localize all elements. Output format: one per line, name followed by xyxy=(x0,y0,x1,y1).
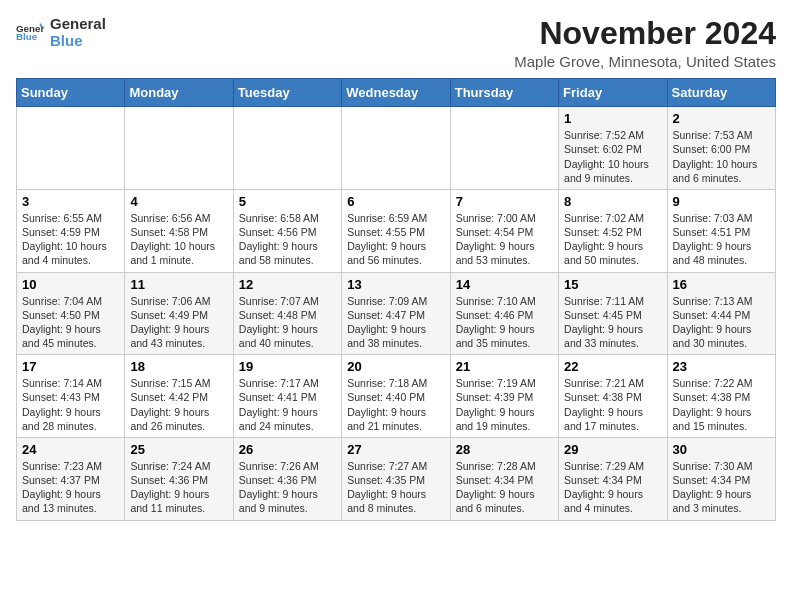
day-header-friday: Friday xyxy=(559,79,667,107)
day-number: 22 xyxy=(564,359,661,374)
logo-blue: Blue xyxy=(50,33,106,50)
day-number: 19 xyxy=(239,359,336,374)
day-cell: 30Sunrise: 7:30 AM Sunset: 4:34 PM Dayli… xyxy=(667,437,775,520)
day-number: 21 xyxy=(456,359,553,374)
day-number: 15 xyxy=(564,277,661,292)
day-cell: 7Sunrise: 7:00 AM Sunset: 4:54 PM Daylig… xyxy=(450,189,558,272)
day-cell: 19Sunrise: 7:17 AM Sunset: 4:41 PM Dayli… xyxy=(233,355,341,438)
day-cell: 29Sunrise: 7:29 AM Sunset: 4:34 PM Dayli… xyxy=(559,437,667,520)
svg-text:Blue: Blue xyxy=(16,31,38,42)
day-info: Sunrise: 7:17 AM Sunset: 4:41 PM Dayligh… xyxy=(239,376,336,433)
day-cell: 5Sunrise: 6:58 AM Sunset: 4:56 PM Daylig… xyxy=(233,189,341,272)
day-info: Sunrise: 7:21 AM Sunset: 4:38 PM Dayligh… xyxy=(564,376,661,433)
day-info: Sunrise: 7:02 AM Sunset: 4:52 PM Dayligh… xyxy=(564,211,661,268)
day-info: Sunrise: 6:56 AM Sunset: 4:58 PM Dayligh… xyxy=(130,211,227,268)
calendar-body: 1Sunrise: 7:52 AM Sunset: 6:02 PM Daylig… xyxy=(17,107,776,520)
day-cell: 9Sunrise: 7:03 AM Sunset: 4:51 PM Daylig… xyxy=(667,189,775,272)
day-info: Sunrise: 6:55 AM Sunset: 4:59 PM Dayligh… xyxy=(22,211,119,268)
day-number: 9 xyxy=(673,194,770,209)
day-cell: 2Sunrise: 7:53 AM Sunset: 6:00 PM Daylig… xyxy=(667,107,775,190)
day-number: 10 xyxy=(22,277,119,292)
day-number: 25 xyxy=(130,442,227,457)
day-cell xyxy=(342,107,450,190)
day-info: Sunrise: 7:15 AM Sunset: 4:42 PM Dayligh… xyxy=(130,376,227,433)
day-cell: 22Sunrise: 7:21 AM Sunset: 4:38 PM Dayli… xyxy=(559,355,667,438)
day-number: 11 xyxy=(130,277,227,292)
day-info: Sunrise: 7:30 AM Sunset: 4:34 PM Dayligh… xyxy=(673,459,770,516)
day-info: Sunrise: 7:29 AM Sunset: 4:34 PM Dayligh… xyxy=(564,459,661,516)
day-header-thursday: Thursday xyxy=(450,79,558,107)
day-cell: 1Sunrise: 7:52 AM Sunset: 6:02 PM Daylig… xyxy=(559,107,667,190)
day-cell: 8Sunrise: 7:02 AM Sunset: 4:52 PM Daylig… xyxy=(559,189,667,272)
day-number: 13 xyxy=(347,277,444,292)
day-info: Sunrise: 7:27 AM Sunset: 4:35 PM Dayligh… xyxy=(347,459,444,516)
day-info: Sunrise: 7:23 AM Sunset: 4:37 PM Dayligh… xyxy=(22,459,119,516)
day-number: 14 xyxy=(456,277,553,292)
day-info: Sunrise: 7:11 AM Sunset: 4:45 PM Dayligh… xyxy=(564,294,661,351)
day-info: Sunrise: 7:52 AM Sunset: 6:02 PM Dayligh… xyxy=(564,128,661,185)
day-header-tuesday: Tuesday xyxy=(233,79,341,107)
day-number: 26 xyxy=(239,442,336,457)
day-number: 27 xyxy=(347,442,444,457)
day-number: 20 xyxy=(347,359,444,374)
day-cell: 16Sunrise: 7:13 AM Sunset: 4:44 PM Dayli… xyxy=(667,272,775,355)
day-cell: 6Sunrise: 6:59 AM Sunset: 4:55 PM Daylig… xyxy=(342,189,450,272)
day-number: 4 xyxy=(130,194,227,209)
day-number: 16 xyxy=(673,277,770,292)
day-info: Sunrise: 7:06 AM Sunset: 4:49 PM Dayligh… xyxy=(130,294,227,351)
day-cell: 20Sunrise: 7:18 AM Sunset: 4:40 PM Dayli… xyxy=(342,355,450,438)
day-number: 24 xyxy=(22,442,119,457)
day-info: Sunrise: 7:04 AM Sunset: 4:50 PM Dayligh… xyxy=(22,294,119,351)
day-info: Sunrise: 7:53 AM Sunset: 6:00 PM Dayligh… xyxy=(673,128,770,185)
title-area: November 2024 Maple Grove, Minnesota, Un… xyxy=(514,16,776,70)
week-row-5: 24Sunrise: 7:23 AM Sunset: 4:37 PM Dayli… xyxy=(17,437,776,520)
day-cell: 23Sunrise: 7:22 AM Sunset: 4:38 PM Dayli… xyxy=(667,355,775,438)
day-cell: 24Sunrise: 7:23 AM Sunset: 4:37 PM Dayli… xyxy=(17,437,125,520)
day-number: 8 xyxy=(564,194,661,209)
week-row-1: 1Sunrise: 7:52 AM Sunset: 6:02 PM Daylig… xyxy=(17,107,776,190)
day-header-saturday: Saturday xyxy=(667,79,775,107)
day-cell: 4Sunrise: 6:56 AM Sunset: 4:58 PM Daylig… xyxy=(125,189,233,272)
day-header-sunday: Sunday xyxy=(17,79,125,107)
day-info: Sunrise: 7:26 AM Sunset: 4:36 PM Dayligh… xyxy=(239,459,336,516)
week-row-2: 3Sunrise: 6:55 AM Sunset: 4:59 PM Daylig… xyxy=(17,189,776,272)
day-number: 3 xyxy=(22,194,119,209)
day-info: Sunrise: 7:19 AM Sunset: 4:39 PM Dayligh… xyxy=(456,376,553,433)
calendar-header-row: SundayMondayTuesdayWednesdayThursdayFrid… xyxy=(17,79,776,107)
day-header-wednesday: Wednesday xyxy=(342,79,450,107)
logo-general: General xyxy=(50,16,106,33)
day-number: 28 xyxy=(456,442,553,457)
day-number: 12 xyxy=(239,277,336,292)
day-info: Sunrise: 6:58 AM Sunset: 4:56 PM Dayligh… xyxy=(239,211,336,268)
day-number: 1 xyxy=(564,111,661,126)
week-row-4: 17Sunrise: 7:14 AM Sunset: 4:43 PM Dayli… xyxy=(17,355,776,438)
day-number: 23 xyxy=(673,359,770,374)
day-cell: 26Sunrise: 7:26 AM Sunset: 4:36 PM Dayli… xyxy=(233,437,341,520)
calendar-table: SundayMondayTuesdayWednesdayThursdayFrid… xyxy=(16,78,776,520)
day-cell: 15Sunrise: 7:11 AM Sunset: 4:45 PM Dayli… xyxy=(559,272,667,355)
day-info: Sunrise: 7:00 AM Sunset: 4:54 PM Dayligh… xyxy=(456,211,553,268)
day-number: 18 xyxy=(130,359,227,374)
day-info: Sunrise: 7:13 AM Sunset: 4:44 PM Dayligh… xyxy=(673,294,770,351)
day-cell: 14Sunrise: 7:10 AM Sunset: 4:46 PM Dayli… xyxy=(450,272,558,355)
day-info: Sunrise: 7:24 AM Sunset: 4:36 PM Dayligh… xyxy=(130,459,227,516)
day-cell: 3Sunrise: 6:55 AM Sunset: 4:59 PM Daylig… xyxy=(17,189,125,272)
header: General Blue General Blue November 2024 … xyxy=(16,16,776,70)
day-cell: 10Sunrise: 7:04 AM Sunset: 4:50 PM Dayli… xyxy=(17,272,125,355)
location-title: Maple Grove, Minnesota, United States xyxy=(514,53,776,70)
day-number: 7 xyxy=(456,194,553,209)
logo: General Blue General Blue xyxy=(16,16,106,49)
day-number: 30 xyxy=(673,442,770,457)
day-info: Sunrise: 7:03 AM Sunset: 4:51 PM Dayligh… xyxy=(673,211,770,268)
day-cell: 21Sunrise: 7:19 AM Sunset: 4:39 PM Dayli… xyxy=(450,355,558,438)
day-cell: 11Sunrise: 7:06 AM Sunset: 4:49 PM Dayli… xyxy=(125,272,233,355)
day-cell: 13Sunrise: 7:09 AM Sunset: 4:47 PM Dayli… xyxy=(342,272,450,355)
day-info: Sunrise: 7:10 AM Sunset: 4:46 PM Dayligh… xyxy=(456,294,553,351)
day-number: 2 xyxy=(673,111,770,126)
day-cell: 18Sunrise: 7:15 AM Sunset: 4:42 PM Dayli… xyxy=(125,355,233,438)
day-cell xyxy=(125,107,233,190)
day-info: Sunrise: 7:22 AM Sunset: 4:38 PM Dayligh… xyxy=(673,376,770,433)
day-info: Sunrise: 7:28 AM Sunset: 4:34 PM Dayligh… xyxy=(456,459,553,516)
day-info: Sunrise: 6:59 AM Sunset: 4:55 PM Dayligh… xyxy=(347,211,444,268)
day-info: Sunrise: 7:18 AM Sunset: 4:40 PM Dayligh… xyxy=(347,376,444,433)
